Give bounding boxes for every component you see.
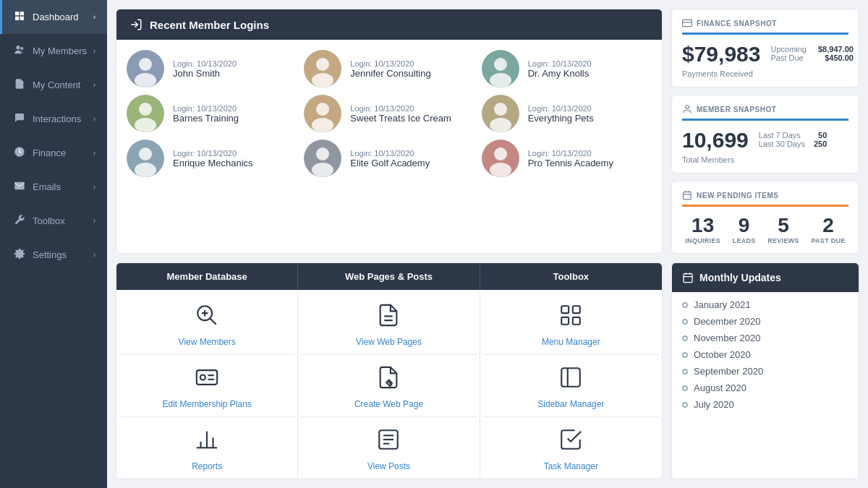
monthly-item[interactable]: August 2020 [682, 382, 848, 393]
sidebar-item-settings[interactable]: Settings › [0, 238, 107, 272]
login-name: Enrique Mechanics [173, 158, 253, 168]
sidebar-item-my-content[interactable]: My Content › [0, 68, 107, 102]
ql-item[interactable]: Sidebar Manager [483, 358, 659, 417]
sidebar-item-emails[interactable]: Emails › [0, 170, 107, 204]
sidebar-item-my-members[interactable]: My Members › [0, 34, 107, 68]
calendar-monthly-icon [682, 272, 694, 283]
svg-point-34 [494, 147, 507, 160]
monthly-list: January 2021 December 2020 November 2020… [672, 292, 859, 417]
monthly-item[interactable]: December 2020 [682, 316, 848, 327]
login-name: Jennifer Consulting [350, 68, 430, 79]
ql-item-icon [376, 365, 401, 395]
user-icon [682, 104, 692, 114]
ql-item-label: View Posts [367, 461, 410, 471]
ql-item[interactable]: Menu Manager [483, 296, 659, 355]
monthly-item-label: October 2020 [694, 349, 751, 360]
dashboard-icon [14, 10, 25, 24]
sidebar-item-label: Interactions [33, 114, 81, 124]
finance-snapshot-title: Finance Snapshot [682, 18, 848, 35]
svg-point-4 [16, 46, 20, 49]
avatar [304, 140, 341, 177]
ql-item[interactable]: Edit Membership Plans [119, 358, 294, 417]
login-name: Dr. Amy Knolls [528, 68, 592, 79]
monthly-item[interactable]: September 2020 [682, 366, 848, 377]
ql-col-header-member-db: Member Database [116, 263, 298, 290]
sidebar-item-dashboard[interactable]: Dashboard › [0, 0, 107, 34]
ql-item[interactable]: Task Manager [483, 420, 659, 479]
monthly-item-label: July 2020 [694, 399, 734, 410]
logins-grid: Login: 10/13/2020 John Smith Login: 10/1… [116, 40, 662, 187]
pending-label: Past Due [811, 237, 845, 244]
svg-rect-36 [683, 20, 692, 26]
ql-item[interactable]: Reports [119, 420, 294, 479]
ql-item[interactable]: Create Web Page [301, 358, 476, 417]
sidebar-item-label: Settings [33, 249, 67, 260]
login-date: Login: 10/13/2020 [173, 59, 237, 68]
pending-item[interactable]: 5 Reviews [767, 214, 799, 244]
login-icon [129, 18, 142, 31]
monthly-bullet [682, 402, 688, 408]
svg-point-28 [139, 147, 152, 160]
monthly-item[interactable]: November 2020 [682, 333, 848, 343]
svg-point-31 [316, 147, 329, 160]
monthly-item[interactable]: July 2020 [682, 399, 848, 410]
quick-links-header: Member Database Web Pages & Posts Toolbo… [116, 263, 662, 290]
svg-rect-64 [562, 317, 569, 325]
chevron-icon: › [93, 47, 95, 55]
login-date: Login: 10/13/2020 [173, 149, 253, 158]
login-name: Sweet Treats Ice Cream [350, 113, 451, 124]
recent-logins-panel: Recent Member Logins Login: 10/13/2020 J… [116, 9, 663, 254]
pending-grid: 13 Inquiries9 Leads5 Reviews2 Past Due [682, 214, 848, 244]
pending-label: Reviews [767, 237, 799, 244]
sidebar-item-label: Finance [33, 147, 66, 158]
monthly-item[interactable]: October 2020 [682, 349, 848, 360]
main-content: Recent Member Logins Login: 10/13/2020 J… [107, 0, 868, 488]
login-item: Login: 10/13/2020 John Smith [127, 50, 297, 87]
emails-icon [14, 180, 25, 194]
svg-rect-68 [684, 274, 692, 283]
pending-num: 9 [733, 214, 756, 237]
login-name: Barnes Training [173, 113, 239, 124]
monthly-item[interactable]: January 2021 [682, 299, 848, 310]
login-item: Login: 10/13/2020 Barnes Training [127, 95, 297, 132]
pending-item[interactable]: 13 Inquiries [685, 214, 720, 244]
svg-rect-66 [562, 368, 581, 387]
sidebar-item-label: Dashboard [33, 12, 79, 22]
bottom-row: Member Database Web Pages & Posts Toolbo… [116, 262, 859, 479]
ql-item[interactable]: View Posts [301, 420, 476, 479]
svg-point-16 [494, 58, 507, 71]
sidebar-item-label: Emails [33, 181, 61, 192]
toolbox-icon [14, 214, 25, 228]
avatar [482, 50, 519, 87]
ql-item-icon [195, 427, 219, 457]
login-date: Login: 10/13/2020 [350, 104, 451, 113]
ql-item-icon [558, 303, 583, 333]
svg-point-14 [312, 73, 333, 87]
ql-item[interactable]: View Web Pages [301, 296, 476, 355]
pending-item[interactable]: 2 Past Due [811, 214, 845, 244]
monthly-item-label: August 2020 [694, 382, 746, 393]
login-info: Login: 10/13/2020 Barnes Training [173, 104, 239, 124]
ql-col-header-web: Web Pages & Posts [298, 263, 480, 290]
sidebar-item-interactions[interactable]: Interactions › [0, 102, 107, 136]
pending-item[interactable]: 9 Leads [733, 214, 756, 244]
svg-point-32 [312, 163, 333, 177]
pending-items-card: New Pending Items 13 Inquiries9 Leads5 R… [671, 181, 859, 254]
monthly-bullet [682, 352, 688, 358]
payments-label: Payments Received [682, 69, 848, 78]
ql-item[interactable]: View Members [119, 296, 294, 355]
login-info: Login: 10/13/2020 Elite Golf Academy [350, 149, 430, 168]
chevron-icon: › [93, 115, 95, 123]
svg-point-35 [490, 163, 511, 177]
svg-rect-63 [573, 306, 580, 313]
ql-item-icon [195, 303, 219, 333]
svg-point-25 [494, 103, 507, 116]
login-date: Login: 10/13/2020 [173, 104, 239, 113]
finance-main: $79,983 Upcoming $8,947.00 Past Due $450… [682, 42, 848, 67]
login-date: Login: 10/13/2020 [528, 59, 592, 68]
member-snapshot-card: Member Snapshot 10,699 Last 7 Days 50 La… [671, 95, 859, 174]
sidebar-item-toolbox[interactable]: Toolbox › [0, 204, 107, 238]
login-name: John Smith [173, 68, 237, 79]
svg-point-22 [316, 103, 329, 116]
sidebar-item-finance[interactable]: Finance › [0, 136, 107, 170]
